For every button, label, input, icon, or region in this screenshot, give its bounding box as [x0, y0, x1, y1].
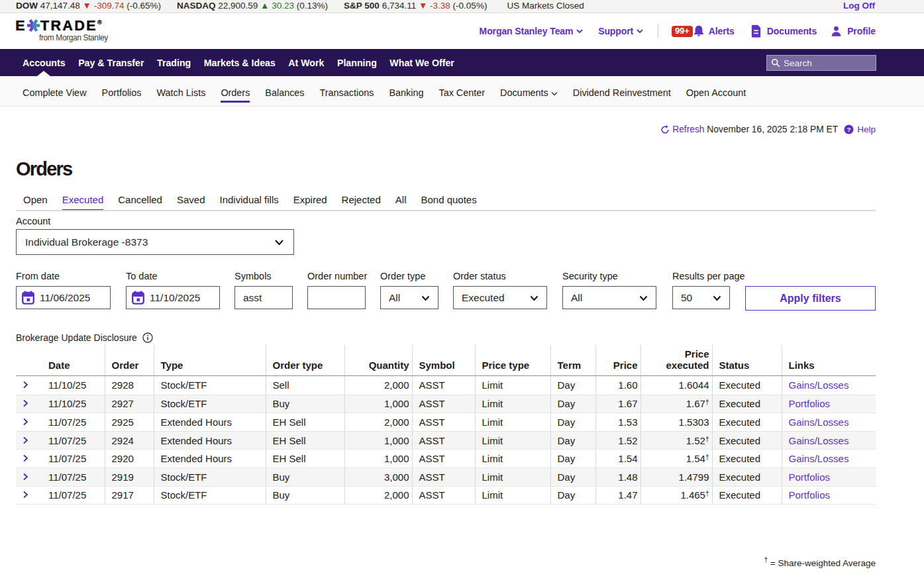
svg-text:?: ?	[847, 126, 851, 133]
